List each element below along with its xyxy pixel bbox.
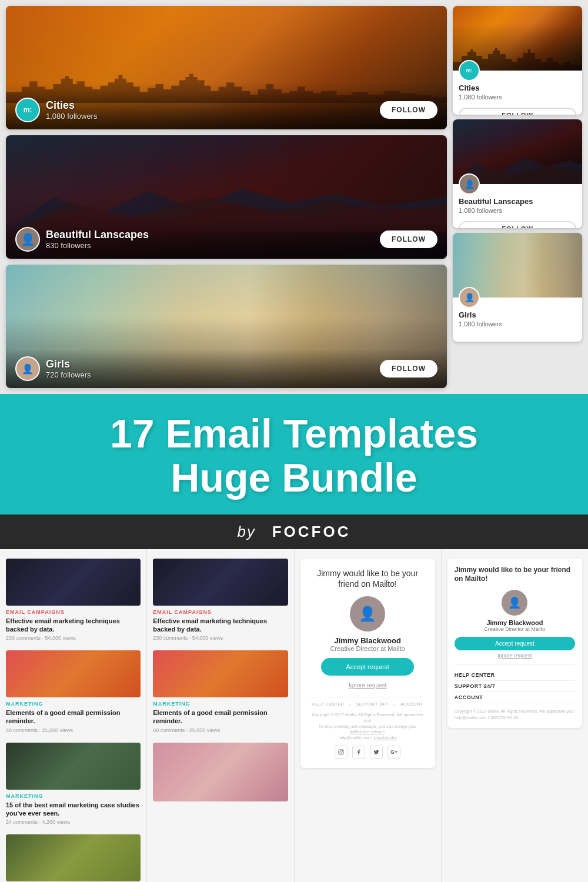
article-meta: 230 comments · 54,000 views <box>153 635 288 641</box>
article-category: EMAIL CAMPAIGNS <box>153 609 288 615</box>
article-title: Effective email marketing techniques bac… <box>153 617 288 634</box>
landscapes-follow-button[interactable]: FOLLOW <box>380 230 437 248</box>
bottom-section: EMAIL CAMPAIGNS Effective email marketin… <box>0 549 588 882</box>
email-compact-name: Jimmy Blackwood <box>455 619 575 626</box>
compact-footer: Copyright © 2017 Mailto. All Rights Rese… <box>455 708 575 721</box>
banner-title-line1: 17 Email Templates Huge Bundle <box>12 412 576 500</box>
landscapes-small-follow-button[interactable]: FOLLOW <box>459 221 576 228</box>
compact-link-help[interactable]: HELP CENTER <box>455 670 575 681</box>
article-thumb <box>153 743 288 801</box>
ignore-request-compact-link[interactable]: Ignore request <box>455 653 575 659</box>
article-meta: 24 comments · 4,200 views <box>6 819 141 825</box>
girls-small-info: 👤 Girls 1,080 followers <box>453 298 582 331</box>
email-avatar: 👤 <box>350 596 385 632</box>
landscapes-card-overlay: 👤 Beautiful Lanscapes 830 followers FOLL… <box>6 220 447 259</box>
compact-copyright-1: Copyright © 2017 Mailto. All Rights Rese… <box>455 708 575 714</box>
cities-card-overlay: m: Cities 1,080 followers FOLLOW <box>6 91 447 129</box>
email-footer-links: HELP CENTER • SUPPORT 24/7 • ACCOUNT <box>310 697 426 707</box>
email-avatar-icon: 👤 <box>359 606 376 622</box>
girls-card-overlay: 👤 Girls 720 followers FOLLOW <box>6 349 447 388</box>
article-item: MARKETING 15 of the best email marketing… <box>6 743 141 826</box>
article-category: MARKETING <box>153 701 288 707</box>
girls-follow-button[interactable]: FOLLOW <box>380 360 437 377</box>
instagram-icon[interactable] <box>335 746 348 759</box>
left-column: m: Cities 1,080 followers FOLLOW <box>6 6 447 388</box>
girls-small-followers: 1,080 followers <box>459 320 576 328</box>
cities-text: Cities 1,080 followers <box>46 99 97 121</box>
footer-link-support[interactable]: SUPPORT 24/7 <box>356 702 389 707</box>
landscapes-text: Beautiful Lanscapes 830 followers <box>46 229 149 250</box>
article-thumb <box>153 559 288 606</box>
accept-request-compact-button[interactable]: Accept request <box>455 637 575 650</box>
article-item: EMAIL CAMPAIGNS Effective email marketin… <box>6 559 141 642</box>
landscapes-card-small: 👤 Beautiful Lanscapes 1,080 followers FO… <box>453 119 582 228</box>
bottom-col-1: EMAIL CAMPAIGNS Effective email marketin… <box>0 549 147 882</box>
cities-avatar: m: <box>15 98 40 122</box>
bottom-col-2: EMAIL CAMPAIGNS Effective email marketin… <box>147 549 294 882</box>
cities-title: Cities <box>46 99 97 112</box>
email-compact-title: Jimmy would like to be your friend on Ma… <box>455 566 575 584</box>
article-category: MARKETING <box>6 793 141 799</box>
email-compact-preview: Jimmy would like to be your friend on Ma… <box>447 559 582 729</box>
girls-avatar: 👤 <box>15 356 40 381</box>
banner-subtitle-bar: by FOCFOC <box>0 514 588 549</box>
cities-small-follow-button[interactable]: FOLLOW <box>459 108 576 115</box>
banner-brand: FOCFOC <box>272 523 351 540</box>
compact-copyright-2: help@mailto.com 1(800)232-90-26 <box>455 714 575 721</box>
googleplus-icon[interactable]: G+ <box>387 746 400 759</box>
cities-small-avatar: m: <box>459 60 480 81</box>
email-person-role: Creative Director at Mailto <box>310 645 426 652</box>
cities-small-info: m: Cities 1,080 followers <box>453 71 582 104</box>
landscapes-card-info: 👤 Beautiful Lanscapes 830 followers <box>15 227 149 252</box>
article-meta: 230 comments · 54,000 views <box>6 635 141 641</box>
accept-request-button[interactable]: Accept request <box>321 658 414 676</box>
article-item: EMAIL CAMPAIGNS Effective email marketin… <box>153 559 288 642</box>
svg-point-2 <box>342 750 343 751</box>
cities-avatar-letter: m: <box>24 106 32 114</box>
landscapes-title: Beautiful Lanscapes <box>46 229 149 241</box>
cities-small-followers: 1,080 followers <box>459 93 576 101</box>
email-compact-avatar-icon: 👤 <box>508 596 521 609</box>
girls-card-info: 👤 Girls 720 followers <box>15 356 91 381</box>
footer-link-account[interactable]: ACCOUNT <box>400 702 423 707</box>
girls-small-title: Girls <box>459 310 576 319</box>
cities-follow-button[interactable]: FOLLOW <box>380 101 437 119</box>
article-category: EMAIL CAMPAIGNS <box>6 609 141 615</box>
article-meta: 60 comments · 25,000 views <box>153 727 288 733</box>
email-person-name: Jimmy Blackwood <box>310 636 426 645</box>
landscapes-followers: 830 followers <box>46 241 149 250</box>
email-preview: Jimmy would like to be your friend on Ma… <box>300 559 435 768</box>
article-item: MARKETING Elements of a good email permi… <box>6 650 141 733</box>
article-thumb <box>6 834 141 881</box>
landscapes-small-avatar: 👤 <box>459 173 480 195</box>
cities-small-title: Cities <box>459 83 576 92</box>
cities-card-small: m: Cities 1,080 followers FOLLOW <box>453 6 582 115</box>
compact-link-account[interactable]: ACCOUNT <box>455 692 575 703</box>
girls-title: Girls <box>46 358 91 370</box>
landscapes-small-title: Beautiful Lanscapes <box>459 197 576 206</box>
cities-card-large: m: Cities 1,080 followers FOLLOW <box>6 6 447 129</box>
facebook-icon[interactable] <box>352 746 365 759</box>
article-thumb <box>6 650 141 697</box>
right-column: m: Cities 1,080 followers FOLLOW 👤 Beaut… <box>453 6 582 388</box>
article-title: Elements of a good email permission remi… <box>153 709 288 726</box>
compact-links: HELP CENTER SUPPORT 24/7 ACCOUNT <box>455 664 575 703</box>
top-section: m: Cities 1,080 followers FOLLOW <box>0 0 588 394</box>
banner-section: 17 Email Templates Huge Bundle <box>0 394 588 514</box>
svg-point-1 <box>340 751 342 753</box>
article-item <box>153 743 288 801</box>
email-compact-avatar: 👤 <box>502 590 527 616</box>
banner-by: by <box>238 523 256 540</box>
ignore-request-link[interactable]: Ignore request <box>349 682 387 689</box>
cities-card-info: m: Cities 1,080 followers <box>15 98 97 122</box>
compact-link-support[interactable]: SUPPORT 24/7 <box>455 681 575 692</box>
twitter-icon[interactable] <box>370 746 383 759</box>
landscapes-avatar: 👤 <box>15 227 40 252</box>
banner-subtitle: by FOCFOC <box>238 523 351 540</box>
girls-followers: 720 followers <box>46 370 91 379</box>
girls-card-large: 👤 Girls 720 followers FOLLOW <box>6 265 447 388</box>
article-title: 15 of the best email marketing case stud… <box>6 801 141 818</box>
article-thumb <box>153 650 288 697</box>
article-item: EMAIL CAMPAIGNS Connect with your custom… <box>6 834 141 882</box>
footer-link-help[interactable]: HELP CENTER <box>312 702 344 707</box>
